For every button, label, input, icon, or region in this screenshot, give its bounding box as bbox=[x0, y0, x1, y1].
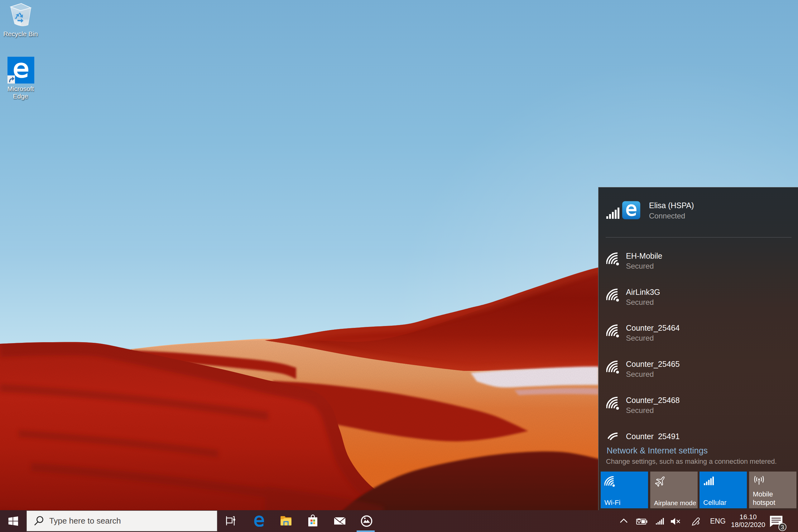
svg-text:3: 3 bbox=[781, 524, 784, 530]
